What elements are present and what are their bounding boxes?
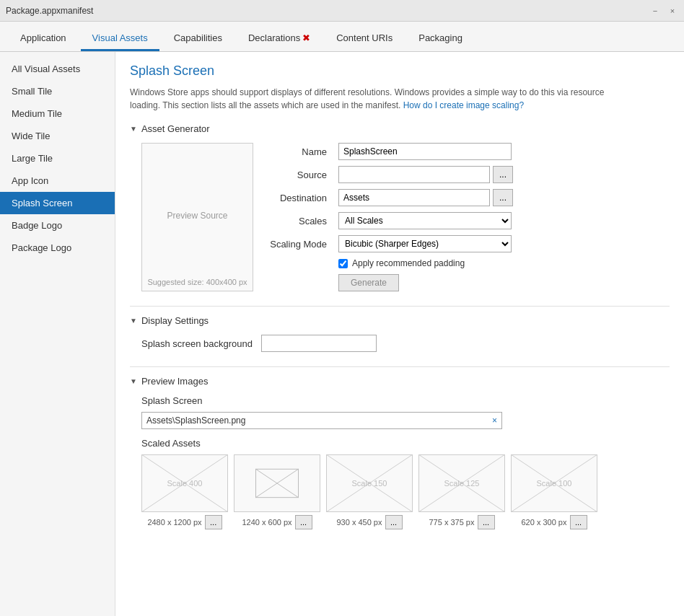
asset-generator-label: Asset Generator xyxy=(141,123,210,134)
scale-thumb-125: Scale 125 xyxy=(418,454,505,512)
destination-row: ... xyxy=(338,189,670,206)
destination-browse-button[interactable]: ... xyxy=(493,189,513,206)
tab-content-uris[interactable]: Content URIs xyxy=(325,27,404,51)
tab-declarations[interactable]: Declarations✖ xyxy=(237,27,322,51)
scale-info-100: 620 x 300 px ... xyxy=(522,515,587,529)
scaled-assets-label: Scaled Assets xyxy=(141,438,670,449)
sidebar: All Visual Assets Small Tile Medium Tile… xyxy=(0,52,115,616)
tab-packaging[interactable]: Packaging xyxy=(407,27,474,51)
sidebar-item-package-logo[interactable]: Package Logo xyxy=(0,237,115,259)
scale-info-150: 930 x 450 px ... xyxy=(337,515,403,529)
scale-label-150: Scale 150 xyxy=(352,479,387,488)
destination-label: Destination xyxy=(268,193,333,203)
scale-label-125: Scale 125 xyxy=(444,479,480,488)
sidebar-item-app-icon[interactable]: App Icon xyxy=(0,170,115,192)
source-row: ... xyxy=(338,166,670,183)
title-bar-filename: Package.appxmanifest xyxy=(6,6,644,16)
preview-collapse-icon: ▼ xyxy=(130,377,137,385)
title-bar: Package.appxmanifest − × xyxy=(0,0,684,22)
name-label: Name xyxy=(268,146,333,157)
scale-item-400: Scale 400 2480 x 1200 px ... xyxy=(141,454,228,529)
bg-label: Splash screen background xyxy=(141,338,253,349)
display-settings-section: ▼ Display Settings Splash screen backgro… xyxy=(130,315,670,352)
scale-label-100: Scale 100 xyxy=(537,479,572,488)
display-settings-header[interactable]: ▼ Display Settings xyxy=(130,315,670,326)
source-label: Source xyxy=(268,170,333,180)
scale-browse-150[interactable]: ... xyxy=(385,515,403,529)
asset-generator-body: Preview Source Suggested size: 400x400 p… xyxy=(141,143,670,291)
apply-padding-checkbox[interactable] xyxy=(338,259,348,268)
scale-item-150: Scale 150 930 x 450 px ... xyxy=(326,454,413,529)
file-path-row: Assets\SplashScreen.png × xyxy=(141,412,502,429)
scale-thumb-100: Scale 100 xyxy=(511,454,597,512)
scale-info-200: 1240 x 600 px ... xyxy=(242,515,312,529)
tab-application[interactable]: Application xyxy=(9,27,78,51)
divider-1 xyxy=(130,306,670,307)
scaled-assets-row: Scale 400 2480 x 1200 px ... xyxy=(141,454,670,529)
destination-input[interactable] xyxy=(338,189,490,206)
scales-row: All Scales xyxy=(338,212,670,229)
preview-images-subtitle: Splash Screen xyxy=(141,395,670,406)
scale-item-125: Scale 125 775 x 375 px ... xyxy=(418,454,505,529)
scale-size-100: 620 x 300 px xyxy=(522,518,567,527)
apply-padding-row: Apply recommended padding xyxy=(338,258,670,268)
preview-box: Preview Source Suggested size: 400x400 p… xyxy=(141,143,253,291)
tab-capabilities[interactable]: Capabilities xyxy=(162,27,234,51)
generate-button[interactable]: Generate xyxy=(338,274,399,291)
scales-select[interactable]: All Scales xyxy=(338,212,512,229)
asset-generator-form: Name Source ... Destination ... xyxy=(268,143,670,291)
help-link[interactable]: How do I create image scaling? xyxy=(403,100,524,110)
scale-size-200: 1240 x 600 px xyxy=(242,518,291,527)
source-browse-button[interactable]: ... xyxy=(493,166,513,183)
preview-size-label: Suggested size: 400x400 px xyxy=(142,278,253,286)
scale-info-400: 2480 x 1200 px ... xyxy=(147,515,222,529)
scale-size-125: 775 x 375 px xyxy=(429,518,475,527)
description-text: Windows Store apps should support displa… xyxy=(130,86,635,112)
scale-browse-125[interactable]: ... xyxy=(478,515,495,529)
sidebar-item-small-tile[interactable]: Small Tile xyxy=(0,80,115,102)
asset-generator-header[interactable]: ▼ Asset Generator xyxy=(130,123,670,134)
file-path-text: Assets\SplashScreen.png xyxy=(142,415,488,426)
scale-info-125: 775 x 375 px ... xyxy=(429,515,495,529)
scale-placeholder-200 xyxy=(234,454,320,512)
name-row xyxy=(338,143,670,160)
scale-browse-100[interactable]: ... xyxy=(570,515,587,529)
scaling-mode-select[interactable]: Bicubic (Sharper Edges) xyxy=(338,235,512,252)
scale-thumb-150: Scale 150 xyxy=(326,454,413,512)
sidebar-item-all-visual-assets[interactable]: All Visual Assets xyxy=(0,58,115,80)
content-area: Splash Screen Windows Store apps should … xyxy=(115,52,684,616)
scale-size-150: 930 x 450 px xyxy=(337,518,382,527)
apply-padding-label: Apply recommended padding xyxy=(352,258,465,268)
file-path-clear-button[interactable]: × xyxy=(488,415,501,426)
sidebar-item-medium-tile[interactable]: Medium Tile xyxy=(0,102,115,125)
preview-images-label: Preview Images xyxy=(141,376,208,387)
splash-bg-input[interactable] xyxy=(261,335,377,352)
top-tab-bar: Application Visual Assets Capabilities D… xyxy=(0,22,684,52)
preview-images-section: ▼ Preview Images Splash Screen Assets\Sp… xyxy=(130,376,670,529)
sidebar-item-badge-logo[interactable]: Badge Logo xyxy=(0,214,115,237)
main-layout: All Visual Assets Small Tile Medium Tile… xyxy=(0,52,684,616)
scale-thumb-200 xyxy=(234,454,320,512)
display-settings-label: Display Settings xyxy=(141,315,209,326)
preview-images-header[interactable]: ▼ Preview Images xyxy=(130,376,670,387)
declarations-error-badge: ✖ xyxy=(302,32,310,43)
sidebar-item-wide-tile[interactable]: Wide Tile xyxy=(0,125,115,147)
close-tab-button[interactable]: × xyxy=(667,5,678,17)
source-input[interactable] xyxy=(338,166,490,183)
tab-visual-assets[interactable]: Visual Assets xyxy=(81,27,159,51)
page-title: Splash Screen xyxy=(130,63,670,79)
pin-button[interactable]: − xyxy=(649,5,661,17)
scaling-mode-label: Scaling Mode xyxy=(268,239,333,250)
sidebar-item-splash-screen[interactable]: Splash Screen xyxy=(0,192,115,214)
display-settings-body: Splash screen background xyxy=(141,335,670,352)
name-input[interactable] xyxy=(338,143,512,160)
display-collapse-icon: ▼ xyxy=(130,317,137,325)
scale-browse-200[interactable]: ... xyxy=(295,515,312,529)
divider-2 xyxy=(130,366,670,367)
sidebar-item-large-tile[interactable]: Large Tile xyxy=(0,147,115,170)
scale-size-400: 2480 x 1200 px xyxy=(147,518,201,527)
generate-button-row: Generate xyxy=(338,274,670,291)
scale-browse-400[interactable]: ... xyxy=(205,515,222,529)
scales-label: Scales xyxy=(268,216,333,226)
scale-thumb-400: Scale 400 xyxy=(141,454,228,512)
